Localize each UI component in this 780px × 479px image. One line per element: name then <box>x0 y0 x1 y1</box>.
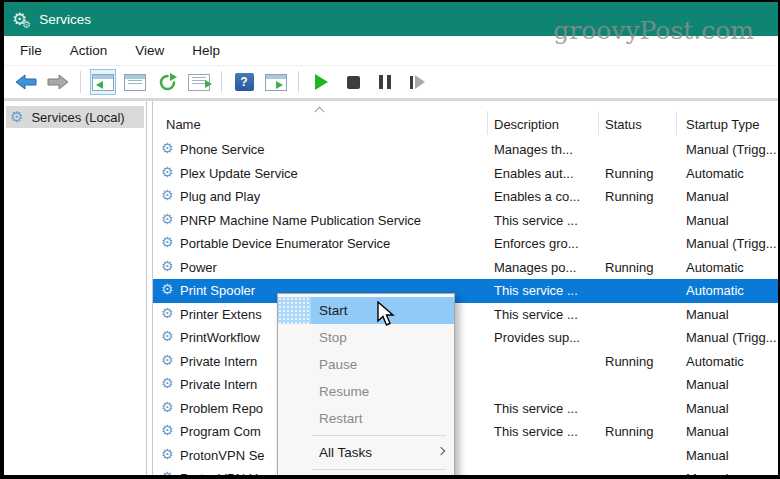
cell-startup: Manual <box>676 213 778 228</box>
column-divider[interactable] <box>598 111 599 135</box>
cell-startup: Automatic <box>676 354 778 369</box>
stop-service-icon[interactable] <box>340 69 366 95</box>
service-gear-icon: ⚙ <box>161 212 174 226</box>
service-gear-icon: ⚙ <box>161 329 174 343</box>
service-gear-icon: ⚙ <box>161 282 174 296</box>
table-row[interactable]: ⚙Private InternRunningAutomatic <box>153 350 778 374</box>
menu-separator <box>312 435 446 436</box>
table-row[interactable]: ⚙ProtonVPN SeManual <box>153 444 778 468</box>
toolbar: ? <box>4 66 778 100</box>
table-row[interactable]: ⚙ProtonVPN UManual <box>153 467 778 475</box>
service-gear-icon: ⚙ <box>161 141 174 155</box>
table-row[interactable]: ⚙PrintWorkflowProvides sup...Manual (Tri… <box>153 326 778 350</box>
column-header-name[interactable]: Name <box>166 117 201 132</box>
table-row[interactable]: ⚙Problem RepoThis service ...Manual <box>153 397 778 421</box>
table-row[interactable]: ⚙Program ComThis service ...RunningManua… <box>153 420 778 444</box>
start-service-icon[interactable] <box>308 69 334 95</box>
service-gear-icon: ⚙ <box>161 376 174 390</box>
context-menu-item-stop: Stop <box>278 324 454 351</box>
column-divider[interactable] <box>487 111 488 135</box>
cell-desc: This service ... <box>487 307 598 322</box>
help-icon[interactable]: ? <box>231 69 257 95</box>
cell-startup: Automatic <box>676 283 778 298</box>
service-gear-icon: ⚙ <box>161 400 174 414</box>
table-row[interactable]: ⚙Phone ServiceManages th...Manual (Trigg… <box>153 138 778 162</box>
cell-startup: Manual <box>676 471 778 475</box>
toolbar-separator <box>298 71 299 93</box>
forward-icon[interactable] <box>45 69 71 95</box>
services-small-gear-icon: ⚙ <box>22 20 31 30</box>
toolbar-separator <box>80 71 81 93</box>
cell-desc: This service ... <box>487 424 598 439</box>
table-row[interactable]: ⚙Printer ExtensThis service ...Manual <box>153 303 778 327</box>
table-row[interactable]: ⚙Portable Device Enumerator ServiceEnfor… <box>153 232 778 256</box>
table-row[interactable]: ⚙PNRP Machine Name Publication ServiceTh… <box>153 209 778 233</box>
service-gear-icon: ⚙ <box>161 235 174 249</box>
column-header-status[interactable]: Status <box>605 117 642 132</box>
title-bar: ⚙⚙ Services <box>4 2 778 36</box>
column-header-description[interactable]: Description <box>494 117 559 132</box>
tree-root-label: Services (Local) <box>31 110 124 125</box>
cell-desc: Manages th... <box>487 142 598 157</box>
cell-startup: Manual <box>676 377 778 392</box>
cell-startup: Manual (Trigg... <box>676 142 778 157</box>
cell-startup: Manual (Trigg... <box>676 236 778 251</box>
column-header-startup[interactable]: Startup Type <box>686 117 759 132</box>
sidebar-item-services-local[interactable]: ⚙ Services (Local) <box>6 106 144 128</box>
services-list: Name Description Status Startup Type ⚙Ph… <box>153 101 778 475</box>
service-gear-icon: ⚙ <box>161 306 174 320</box>
back-icon[interactable] <box>13 69 39 95</box>
service-gear-icon: ⚙ <box>161 188 174 202</box>
submenu-arrow-icon <box>437 447 445 455</box>
export-list-icon[interactable] <box>186 69 212 95</box>
service-gear-icon: ⚙ <box>161 423 174 437</box>
services-window: ⚙⚙ Services File Action View Help ? <box>4 2 778 475</box>
column-divider[interactable] <box>676 111 677 135</box>
cell-desc: This service ... <box>487 401 598 416</box>
service-gear-icon: ⚙ <box>161 470 174 475</box>
table-row[interactable]: ⚙Plex Update ServiceEnables aut...Runnin… <box>153 162 778 186</box>
cell-startup: Automatic <box>676 166 778 181</box>
toolbar-separator <box>221 71 222 93</box>
cell-status: Running <box>598 260 676 275</box>
table-row[interactable]: ⚙Private InternManual <box>153 373 778 397</box>
pause-service-icon[interactable] <box>372 69 398 95</box>
service-gear-icon: ⚙ <box>161 353 174 367</box>
cell-startup: Manual <box>676 448 778 463</box>
context-menu-item-start[interactable]: Start <box>278 297 454 324</box>
cell-desc: Provides sup... <box>487 330 598 345</box>
context-menu-item-resume: Resume <box>278 378 454 405</box>
cell-startup: Manual <box>676 401 778 416</box>
cell-status: Running <box>598 189 676 204</box>
pane-divider[interactable] <box>146 101 153 475</box>
properties-icon[interactable] <box>122 69 148 95</box>
restart-service-icon[interactable] <box>404 69 430 95</box>
table-row[interactable]: ⚙Plug and PlayEnables a co...RunningManu… <box>153 185 778 209</box>
cell-status: Running <box>598 424 676 439</box>
show-console-tree-icon[interactable] <box>90 69 116 95</box>
cell-name: Phone Service <box>153 142 487 157</box>
cell-startup: Manual <box>676 189 778 204</box>
menu-separator <box>312 469 446 470</box>
cell-startup: Manual <box>676 307 778 322</box>
cell-startup: Automatic <box>676 260 778 275</box>
table-row[interactable]: ⚙Print SpoolerThis service ...Automatic <box>153 279 778 303</box>
cell-desc: This service ... <box>487 283 598 298</box>
table-row[interactable]: ⚙PowerManages po...RunningAutomatic <box>153 256 778 280</box>
menu-view[interactable]: View <box>125 39 174 62</box>
console-tree: ⚙ Services (Local) <box>4 101 146 475</box>
menu-help[interactable]: Help <box>182 39 230 62</box>
cell-desc: This service ... <box>487 213 598 228</box>
context-menu-item-all-tasks[interactable]: All Tasks <box>278 439 454 466</box>
refresh-icon[interactable] <box>154 69 180 95</box>
sort-ascending-icon <box>315 107 325 117</box>
menu-action[interactable]: Action <box>60 39 118 62</box>
service-gear-icon: ⚙ <box>161 165 174 179</box>
cell-status: Running <box>598 354 676 369</box>
show-action-pane-icon[interactable] <box>263 69 289 95</box>
context-menu: StartStopPauseResumeRestartAll Tasks <box>277 293 455 475</box>
cell-name: Power <box>153 260 487 275</box>
cell-name: Portable Device Enumerator Service <box>153 236 487 251</box>
cell-startup: Manual (Trigg... <box>676 330 778 345</box>
menu-file[interactable]: File <box>10 39 52 62</box>
